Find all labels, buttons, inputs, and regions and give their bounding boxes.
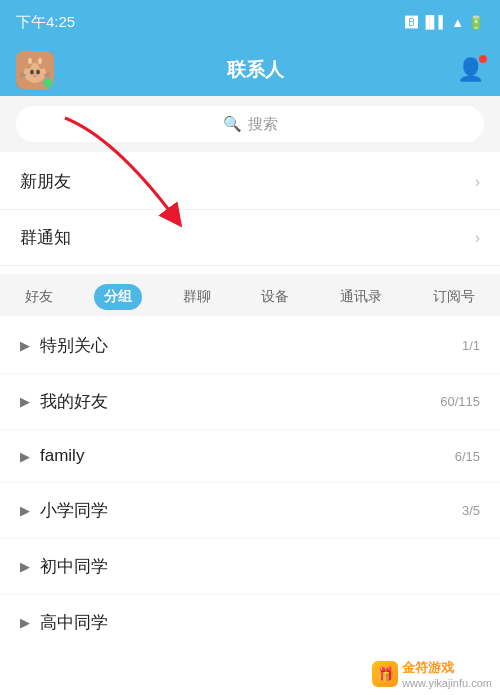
group-name: 特别关心 xyxy=(40,334,108,357)
tab-groupchat[interactable]: 群聊 xyxy=(173,284,221,310)
svg-point-5 xyxy=(38,58,42,64)
svg-point-6 xyxy=(30,70,34,75)
tab-contacts[interactable]: 通讯录 xyxy=(330,284,392,310)
expand-icon: ▶ xyxy=(20,615,30,630)
group-count: 1/1 xyxy=(462,338,480,353)
watermark-url: www.yikajinfu.com xyxy=(402,677,492,689)
svg-point-8 xyxy=(33,75,37,78)
new-friends-item[interactable]: 新朋友 › xyxy=(0,154,500,210)
list-item[interactable]: ▶ 特别关心 1/1 xyxy=(0,318,500,374)
group-item-left: ▶ 小学同学 xyxy=(20,499,108,522)
expand-icon: ▶ xyxy=(20,503,30,518)
list-item[interactable]: ▶ 高中同学 xyxy=(0,595,500,650)
tab-subscriptions[interactable]: 订阅号 xyxy=(423,284,485,310)
watermark: 🎁 金符游戏 www.yikajinfu.com xyxy=(372,659,492,689)
group-name: 高中同学 xyxy=(40,611,108,634)
battery-icon: 🔋 xyxy=(468,15,484,30)
search-placeholder: 搜索 xyxy=(248,115,278,134)
expand-icon: ▶ xyxy=(20,449,30,464)
group-notice-item[interactable]: 群通知 › xyxy=(0,210,500,266)
list-item[interactable]: ▶ 小学同学 3/5 xyxy=(0,483,500,539)
tab-groups[interactable]: 分组 xyxy=(94,284,142,310)
add-contact-button[interactable]: 👤 xyxy=(457,57,484,83)
signal-icon: ▐▌▌ xyxy=(422,15,448,29)
group-name: family xyxy=(40,446,84,466)
group-notice-label: 群通知 xyxy=(20,226,71,249)
group-count: 3/5 xyxy=(462,503,480,518)
tab-bar: 好友 分组 群聊 设备 通讯录 订阅号 xyxy=(0,274,500,316)
status-time: 下午4:25 xyxy=(16,13,75,32)
search-section: 🔍 搜索 xyxy=(0,96,500,152)
group-item-left: ▶ 我的好友 xyxy=(20,390,108,413)
add-badge xyxy=(479,55,487,63)
bluetooth-icon: 🅱 xyxy=(405,15,418,30)
list-item[interactable]: ▶ family 6/15 xyxy=(0,430,500,483)
watermark-info: 金符游戏 www.yikajinfu.com xyxy=(402,659,492,689)
group-name: 小学同学 xyxy=(40,499,108,522)
group-name: 我的好友 xyxy=(40,390,108,413)
group-item-left: ▶ 高中同学 xyxy=(20,611,108,634)
list-item[interactable]: ▶ 初中同学 xyxy=(0,539,500,595)
nav-bar: 联系人 👤 xyxy=(0,44,500,96)
status-icons: 🅱 ▐▌▌ ▲ 🔋 xyxy=(405,15,484,30)
search-icon: 🔍 xyxy=(223,115,242,133)
group-item-left: ▶ family xyxy=(20,446,84,466)
page-title: 联系人 xyxy=(227,57,284,83)
avatar[interactable] xyxy=(16,51,54,89)
tab-device[interactable]: 设备 xyxy=(251,284,299,310)
group-item-left: ▶ 初中同学 xyxy=(20,555,108,578)
watermark-site: 金符游戏 xyxy=(402,659,492,677)
group-item-left: ▶ 特别关心 xyxy=(20,334,108,357)
group-name: 初中同学 xyxy=(40,555,108,578)
expand-icon: ▶ xyxy=(20,394,30,409)
group-count: 60/115 xyxy=(440,394,480,409)
group-list: ▶ 特别关心 1/1 ▶ 我的好友 60/115 ▶ family 6/15 ▶… xyxy=(0,318,500,650)
svg-point-4 xyxy=(28,58,32,64)
status-bar: 下午4:25 🅱 ▐▌▌ ▲ 🔋 xyxy=(0,0,500,44)
chevron-icon: › xyxy=(475,229,480,247)
wifi-icon: ▲ xyxy=(451,15,464,30)
group-count: 6/15 xyxy=(455,449,480,464)
svg-point-7 xyxy=(36,70,40,75)
new-friends-label: 新朋友 xyxy=(20,170,71,193)
list-item[interactable]: ▶ 我的好友 60/115 xyxy=(0,374,500,430)
watermark-icon: 🎁 xyxy=(372,661,398,687)
expand-icon: ▶ xyxy=(20,338,30,353)
menu-section: 新朋友 › 群通知 › xyxy=(0,154,500,266)
tab-friends[interactable]: 好友 xyxy=(15,284,63,310)
chevron-icon: › xyxy=(475,173,480,191)
expand-icon: ▶ xyxy=(20,559,30,574)
search-input[interactable]: 🔍 搜索 xyxy=(16,106,484,142)
online-dot xyxy=(43,78,53,88)
